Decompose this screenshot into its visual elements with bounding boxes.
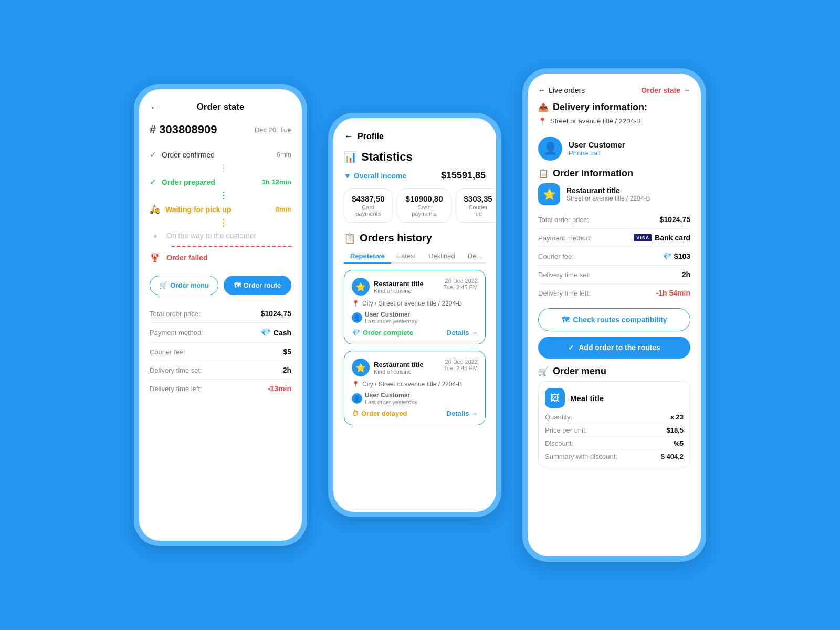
p3-delivery-left-label: Delivery time left: [538,289,591,297]
dot [223,225,224,227]
meal-price-value: $18,5 [666,426,684,434]
meal-icon-container: 🖼 [545,388,565,408]
total-value: $1024,75 [261,309,291,318]
phone1-info-rows: Total order price: $1024,75 Payment meth… [150,304,291,397]
delivery-left-label: Delivery time left: [150,385,202,393]
oc2-user-name: User Customer [365,392,417,399]
confirmed-label: Order confirmed [162,151,215,159]
phone-call-button[interactable]: Phone call [569,149,625,157]
dashed-line [172,246,291,247]
oc2-details-button[interactable]: Details → [447,410,478,417]
order-number: # 303808909 [150,123,217,136]
delivery-address-text: Street or avenue title / 2204-B [550,117,641,125]
meal-name: Meal title [570,394,604,403]
oc1-user: 👤 User Customer Last order yesterday [352,311,478,324]
tab-latest[interactable]: Latest [391,249,422,264]
tab-deklined[interactable]: Deklined [422,249,461,264]
p3-delivery-time-value: 2h [682,270,690,279]
order-menu-label: Order menu [170,281,209,289]
p3-restaurant-icon: ⭐ [543,188,556,201]
confirmed-time: 6min [277,151,291,159]
meal-summary-label: Summary with discount: [545,453,617,460]
dot [223,222,224,224]
oc1-user-name: User Customer [365,311,417,318]
oc2-user-sub: Last order yesterday [365,399,417,405]
prepared-time: 1h 12min [262,178,291,186]
meal-price-label: Price per unit: [545,426,587,434]
location-icon-2: 📍 [352,381,360,388]
dot [223,164,224,166]
p3-payment-value-group: VISA Bank card [634,234,690,242]
oc2-status: ⏱ Order delayed [352,410,407,417]
courier-value: $5 [283,348,291,356]
orders-history-title: Orders history [360,232,432,244]
oc1-date-line1: 20 Dec 2022 [443,278,478,284]
delivery-info-heading: 📤 Delivery information: [538,102,690,113]
stats-title: Statistics [361,150,413,164]
order-info-section: 📋 Order information ⭐ Restaurant title S… [538,168,690,302]
complete-icon: 💎 [352,329,360,337]
p3-total-value: $1024,75 [660,215,690,224]
dot [223,198,224,200]
order-route-button[interactable]: 🗺 Order route [224,276,291,295]
tab-more[interactable]: De... [461,249,488,264]
p3-restaurant-avatar: ⭐ [538,183,560,205]
phone1-back-button[interactable]: ← [150,101,160,113]
meal-details: Quantity: x 23 Price per unit: $18,5 Dis… [545,413,684,460]
stat-pills: $4387,50 Card payments $10900,80 Cash pa… [344,188,486,223]
courier-diamond-icon: 💎 [663,252,671,260]
profile-back-button[interactable]: ← [344,131,353,142]
p3-order-menu-section: 🛒 Order menu 🖼 Meal title Quantit [538,366,690,467]
cash-payments-value: $10900,80 [406,194,443,203]
order-timeline: ✓ Order confirmed 6min ✓ O [150,146,291,266]
orders-history-title-row: 📋 Orders history [344,232,486,244]
oc1-cuisine: Kind of cuisine [374,288,424,294]
order-number-value: 303808909 [159,123,217,136]
add-routes-label: Add order to the routes [579,343,660,352]
meal-price-row: Price per unit: $18,5 [545,426,684,437]
delivery-info-section: 📤 Delivery information: 📍 Street or aven… [538,102,690,130]
meal-discount-value: %5 [674,439,684,447]
dot [223,192,224,193]
meal-quantity-row: Quantity: x 23 [545,413,684,424]
failed-icon: 🦞 [150,253,161,262]
order-route-label: Order route [244,281,281,289]
card-payments-value: $4387,50 [352,194,385,203]
oc2-name-group: Restaurant title Kind of cuisine [374,361,424,375]
meal-discount-row: Discount: %5 [545,439,684,450]
upload-icon: 📤 [538,102,549,112]
oc1-avatar: ⭐ [352,278,370,296]
p3-order-state-button[interactable]: Order state → [641,86,690,94]
oc1-details-button[interactable]: Details → [447,329,478,337]
payment-label: Payment method: [150,329,203,337]
tab-repetetive[interactable]: Repetetive [344,249,391,264]
user-text-group: User Customer Phone call [569,140,625,157]
location-icon-1: 📍 [352,300,360,307]
payment-icon: 💎 [260,328,271,338]
p3-info-rows: Total order price: $1024,75 Payment meth… [538,211,690,302]
p3-order-menu-title: Order menu [553,366,606,377]
failed-label: Order failed [166,254,208,262]
order-history-tabs: Repetetive Latest Deklined De... [344,249,486,264]
dots-1 [150,163,291,173]
dot [223,171,224,172]
oc2-user-info: User Customer Last order yesterday [365,392,417,405]
meal-discount-label: Discount: [545,439,573,447]
dashed-row [166,246,291,247]
delivery-time-left-row: Delivery time left: -13min [150,380,291,397]
check-routes-button[interactable]: 🗺 Check routes compatibility [538,308,690,331]
add-routes-button[interactable]: ✓ Add order to the routes [538,337,690,359]
p3-restaurant-address: Street or avenue title / 2204-B [566,195,650,202]
p3-payment-row: Payment method: VISA Bank card [538,229,690,247]
user-avatar-icon: 👤 [543,142,558,155]
p3-delivery-time-row: Delivery time set: 2h [538,266,690,284]
p3-delivery-time-label: Delivery time set: [538,271,591,279]
payment-method-row: Payment method: 💎 Cash [150,323,291,343]
order-menu-button[interactable]: 🛒 Order menu [150,276,218,295]
total-price-row: Total order price: $1024,75 [150,304,291,323]
pickup-icon: 🛵 [150,204,160,214]
overall-income-tab[interactable]: ▼ Overall income [344,172,406,180]
stats-tab-row: ▼ Overall income $15591,85 [344,170,486,181]
oc2-date-line1: 20 Dec 2022 [443,359,478,365]
p3-back-button[interactable]: ← Live orders [538,86,585,94]
